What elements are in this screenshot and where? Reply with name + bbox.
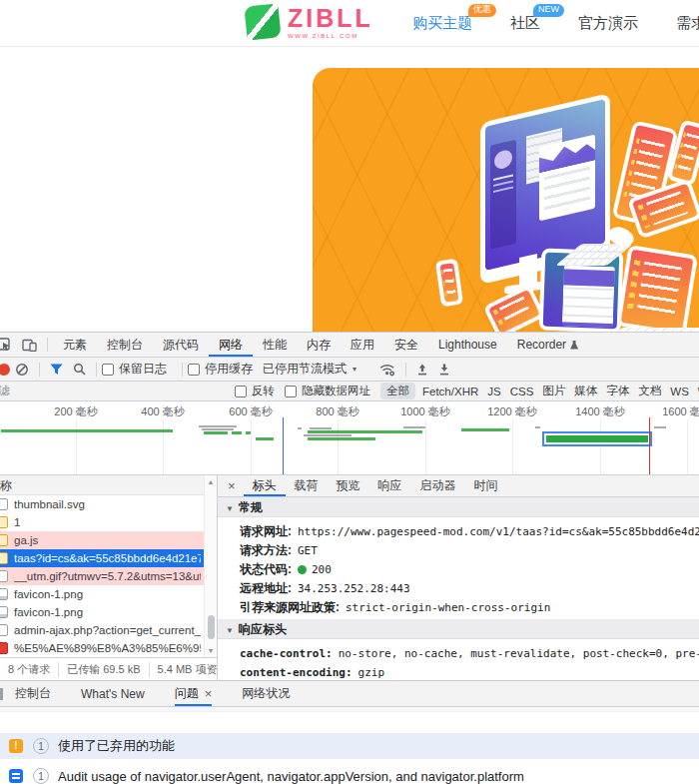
devtools-tab[interactable]: Lighthouse xyxy=(428,333,507,357)
resource-filter-chip[interactable]: 字体 xyxy=(606,384,629,398)
drawer-tab[interactable]: 问题 × xyxy=(175,681,213,706)
network-overview[interactable]: 200 毫秒 400 毫秒 600 毫秒 800 毫秒 1000 毫秒 1200… xyxy=(0,401,699,475)
clear-network-log-icon[interactable] xyxy=(10,363,34,377)
timeline-bar xyxy=(304,434,351,436)
request-list-header[interactable]: 名称 xyxy=(0,475,217,495)
devtools-tab[interactable]: Recorder xyxy=(507,333,588,357)
response-headers-section-header[interactable]: ▼响应标头 xyxy=(218,619,699,639)
resource-filter-chip[interactable]: CSS xyxy=(510,386,534,397)
disable-cache-checkbox[interactable] xyxy=(188,364,200,376)
issue-row[interactable]: 1 Audit usage of navigator.userAgent, na… xyxy=(0,763,699,784)
gridline xyxy=(251,419,252,474)
throttling-dropdown[interactable]: 已停用节流模式 ▾ xyxy=(263,361,364,378)
scrollbar[interactable]: ▲ ▼ xyxy=(204,475,217,657)
request-name: taas?id=cs&ak=55c85bbdd6e4d21e7278f xyxy=(14,552,201,564)
devtools-tab[interactable]: 内存 xyxy=(297,333,341,357)
request-row[interactable]: %E5%AE%89%E8%A3%85%E6%95%99%99%E xyxy=(0,639,217,657)
resource-filter-chip[interactable]: 文档 xyxy=(638,384,661,398)
resource-filter-chip[interactable]: WS xyxy=(670,386,689,397)
export-har-icon[interactable] xyxy=(433,364,455,376)
inspect-element-icon[interactable] xyxy=(0,338,17,352)
issue-title: 使用了已弃用的功能 xyxy=(58,737,175,755)
request-row[interactable]: 1 xyxy=(0,513,217,531)
scroll-down-icon[interactable]: ▼ xyxy=(205,647,217,654)
nav-item[interactable]: 官方演示 xyxy=(578,14,638,33)
zibll-logo-icon xyxy=(244,3,281,40)
invert-checkbox[interactable] xyxy=(235,386,247,397)
field-value: https://www.pagespeed-mod.com/v1/taas?id… xyxy=(298,525,699,538)
details-tab[interactable]: 标头 xyxy=(244,475,286,496)
request-row[interactable]: admin-ajax.php?action=get_current_user xyxy=(0,621,217,639)
resource-filter-chip[interactable]: JS xyxy=(487,386,500,397)
resource-filter-chip[interactable]: 媒体 xyxy=(574,384,597,398)
devtools-tab[interactable]: 源代码 xyxy=(153,333,209,357)
devtools-tab-label: 控制台 xyxy=(107,337,143,354)
timeline-bar xyxy=(202,428,234,430)
hide-data-urls-toggle[interactable]: 隐藏数据网址 xyxy=(285,384,370,398)
tick-label: 1000 毫秒 xyxy=(400,404,450,419)
hide-data-urls-checkbox[interactable] xyxy=(285,386,297,397)
details-tab[interactable]: 启动器 xyxy=(411,475,465,496)
nav-item[interactable]: 需求提交 xyxy=(676,14,699,33)
preserve-log-toggle[interactable]: 保留日志 xyxy=(102,361,167,378)
request-row[interactable]: favicon-1.png xyxy=(0,603,217,621)
request-row[interactable]: __utm.gif?utmwv=5.7.2&utms=13&utmn. xyxy=(0,567,217,585)
details-tab[interactable]: 载荷 xyxy=(286,475,328,496)
issue-kind-icon xyxy=(9,769,23,783)
devtools-tab[interactable]: 性能 xyxy=(253,333,297,357)
logo-title: ZIBLL xyxy=(288,6,373,31)
drawer-tab[interactable]: What's New xyxy=(81,681,145,706)
details-tab[interactable]: 预览 xyxy=(328,475,369,496)
drawer-tab[interactable]: 控制台 xyxy=(15,681,51,706)
invert-filter-toggle[interactable]: 反转 xyxy=(235,384,275,398)
nav-item[interactable]: 社区 NEW xyxy=(510,14,540,33)
details-tabs: 标头载荷预览响应启动器时间 xyxy=(244,475,507,496)
divider xyxy=(39,363,40,377)
scrollbar-thumb[interactable] xyxy=(208,615,215,639)
request-row[interactable]: ga.js xyxy=(0,531,217,549)
divider xyxy=(182,363,183,377)
devtools: 元素 控制台 源代码 网络 性能 内存 xyxy=(0,332,699,784)
nav-item-label: 购买主题 xyxy=(412,14,472,31)
devtools-tab[interactable]: 网络 xyxy=(209,333,253,357)
search-icon[interactable] xyxy=(68,363,91,376)
resource-filter-chip[interactable]: Fetch/XHR xyxy=(422,386,478,397)
close-issues-tab-icon[interactable]: × xyxy=(205,686,213,701)
devtools-tab[interactable]: 应用 xyxy=(341,333,384,357)
devtools-tab[interactable]: 控制台 xyxy=(97,333,153,357)
details-tab[interactable]: 响应 xyxy=(369,475,411,496)
preserve-log-checkbox[interactable] xyxy=(102,364,114,376)
request-type-icon xyxy=(0,516,8,528)
nav-badge: 优惠 xyxy=(468,4,496,17)
gridline xyxy=(163,419,164,474)
header-field: content-encoding: gzip xyxy=(218,663,699,681)
site-logo[interactable]: ZIBLL WWW.ZIBLL.COM xyxy=(246,5,373,39)
import-har-icon[interactable] xyxy=(411,364,433,376)
nav-item[interactable]: 购买主题 优惠 xyxy=(412,14,472,33)
devtools-tab[interactable]: 元素 xyxy=(53,333,97,357)
device-toolbar-icon[interactable] xyxy=(17,339,42,352)
close-details-icon[interactable]: × xyxy=(220,478,244,493)
issue-row[interactable]: 1 使用了已弃用的功能 xyxy=(0,733,699,759)
request-row[interactable]: taas?id=cs&ak=55c85bbdd6e4d21e7278f xyxy=(0,549,217,567)
drawer-tab-label: 网络状况 xyxy=(242,685,290,702)
resource-filter-chip[interactable]: 全部 xyxy=(380,383,415,399)
scroll-up-icon[interactable]: ▲ xyxy=(205,478,217,485)
filter-icon[interactable] xyxy=(45,364,68,376)
resource-type-chips: 全部Fetch/XHRJSCSS图片媒体字体文档WSWasm清单其他 xyxy=(380,383,699,399)
network-conditions-icon[interactable] xyxy=(374,363,400,377)
details-tab[interactable]: 时间 xyxy=(465,475,507,496)
filter-input[interactable]: 过滤 xyxy=(0,384,10,398)
timeline-bar xyxy=(308,430,422,433)
drawer-tab[interactable]: 网络状况 xyxy=(242,681,290,706)
devtools-tab[interactable]: 安全 xyxy=(384,333,428,357)
disable-cache-toggle[interactable]: 停用缓存 xyxy=(188,361,253,378)
resource-filter-chip[interactable]: 图片 xyxy=(542,384,565,398)
gridline xyxy=(338,419,339,474)
record-network-log-icon[interactable] xyxy=(0,364,10,376)
network-main: 名称 thumbnail.svg 1 ga.js taas?id=cs&a xyxy=(0,475,699,681)
request-row[interactable]: favicon-1.png xyxy=(0,585,217,603)
drawer-menu-icon[interactable] xyxy=(0,688,3,700)
general-section-header[interactable]: ▼常规 xyxy=(218,497,699,517)
request-row[interactable]: thumbnail.svg xyxy=(0,495,217,513)
